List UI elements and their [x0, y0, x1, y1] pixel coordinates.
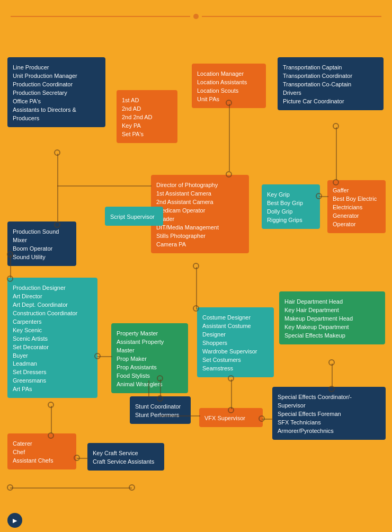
special-effects-card: Special Effects Coordinator/-SupervisorS… — [272, 387, 386, 440]
production-card: Line ProducerUnit Production ManagerProd… — [7, 57, 105, 127]
transportation-card: Transportation CaptainTransportation Coo… — [278, 57, 384, 110]
art-card: Production DesignerArt DirectorArt Dept.… — [7, 278, 97, 398]
props-card: Property MasterAssistant Property Master… — [111, 323, 188, 393]
craft-services-card: Key Craft ServiceCraft Service Assistant… — [87, 443, 164, 471]
continuity-card: Script Supervisor — [105, 207, 163, 226]
camera-card: Director of Photography1st Assistant Cam… — [151, 175, 249, 253]
costumes-card: Costume DesignerAssistant Costume Design… — [197, 307, 274, 377]
divider — [11, 14, 381, 19]
logo-icon: ▶ — [7, 513, 22, 528]
footer-logo: ▶ — [7, 513, 24, 528]
catering-card: CatererChefAssistant Chefs — [7, 433, 76, 469]
grip-card: Key GripBest Boy GripDolly GripRigging G… — [262, 184, 320, 229]
sound-card: Production Sound MixerBoom OperatorSound… — [7, 221, 76, 266]
main-title — [0, 0, 392, 10]
assistant-director-card: 1st AD2nd AD2nd 2nd ADKey PASet PA's — [117, 90, 177, 143]
electric-card: GafferBest Boy ElectricElectriciansGener… — [327, 180, 386, 233]
hair-makeup-card: Hair Department HeadKey Hair DepartmentM… — [279, 291, 385, 344]
